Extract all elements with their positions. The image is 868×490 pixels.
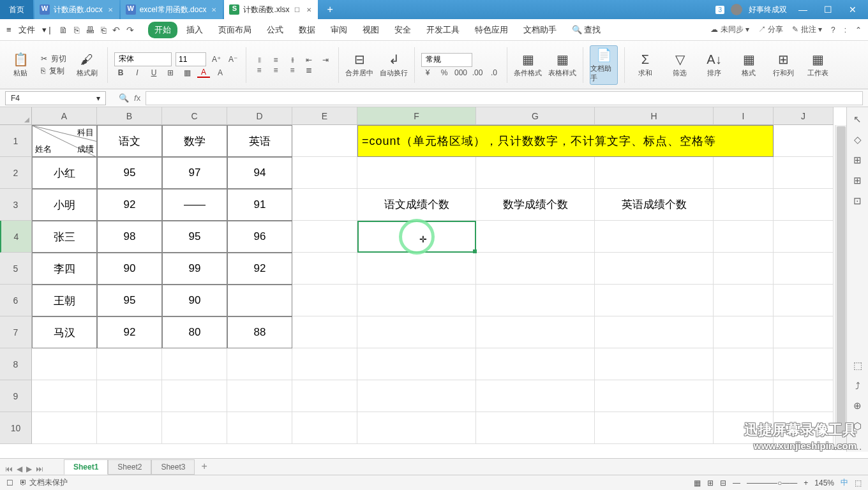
cell[interactable]: [292, 189, 357, 221]
row-header[interactable]: 10: [0, 412, 32, 444]
sheet-prev[interactable]: ◀: [17, 464, 22, 473]
cell[interactable]: 92: [227, 253, 292, 285]
cell[interactable]: 94: [227, 157, 292, 189]
cell[interactable]: [357, 380, 476, 412]
cell[interactable]: [774, 157, 834, 189]
side-icon[interactable]: ◇: [854, 134, 862, 145]
cell[interactable]: [97, 348, 162, 380]
doc-tab-1[interactable]: Wexcel常用函数.docx✕: [121, 0, 223, 19]
close-icon[interactable]: ✕: [210, 6, 218, 13]
align-center[interactable]: ≡: [269, 66, 282, 75]
numfmt-select[interactable]: [421, 53, 472, 67]
cell[interactable]: 科目成绩姓名: [32, 125, 97, 157]
doc-tab-0[interactable]: W计数函数.docx✕: [34, 0, 119, 19]
cell[interactable]: =count（单元格区域），只计数数字，不计算文字、标点、空格等: [357, 125, 774, 157]
copy-button[interactable]: ⎘ 复制: [41, 66, 66, 77]
cell[interactable]: [357, 285, 476, 316]
sheet-next[interactable]: ▶: [26, 464, 32, 473]
align-bot[interactable]: ⫵: [286, 56, 299, 64]
cell[interactable]: 数学成绩个数: [476, 189, 595, 221]
cell[interactable]: [476, 348, 595, 380]
cell[interactable]: [227, 285, 292, 316]
dec-dec-button[interactable]: .0: [488, 68, 500, 77]
underline-button[interactable]: U: [147, 68, 160, 77]
col-header[interactable]: I: [714, 107, 774, 125]
sheet-tab[interactable]: Sheet1: [64, 459, 108, 475]
menu-tab-home[interactable]: 开始: [148, 22, 177, 38]
cell[interactable]: [774, 316, 834, 348]
zoom-in[interactable]: +: [804, 479, 808, 487]
cell[interactable]: [476, 380, 595, 412]
cell[interactable]: [292, 125, 357, 157]
menu-tab-insert[interactable]: 插入: [180, 22, 209, 38]
cell[interactable]: [357, 316, 476, 348]
cell[interactable]: [595, 221, 714, 253]
zoom-level[interactable]: 145%: [814, 479, 834, 487]
zoom-out[interactable]: —: [733, 479, 740, 487]
cell[interactable]: [714, 157, 774, 189]
select-all-corner[interactable]: [0, 107, 32, 125]
qat-preview[interactable]: ⎗: [101, 25, 106, 35]
currency-button[interactable]: ¥: [421, 68, 434, 77]
cell[interactable]: 数学: [162, 125, 227, 157]
menu-search[interactable]: 🔍 查找: [565, 22, 608, 38]
menu-tab-review[interactable]: 审阅: [324, 22, 354, 38]
cell[interactable]: [476, 157, 595, 189]
cell[interactable]: [162, 412, 227, 444]
cell[interactable]: [476, 221, 595, 253]
cell[interactable]: [292, 157, 357, 189]
cell[interactable]: [476, 253, 595, 285]
col-header[interactable]: G: [476, 107, 595, 125]
sheet-tab[interactable]: Sheet2: [108, 459, 151, 475]
cell[interactable]: [162, 380, 227, 412]
help-button[interactable]: ?: [831, 26, 835, 34]
align-just[interactable]: ≣: [303, 66, 315, 75]
comma-button[interactable]: 000: [454, 68, 467, 77]
cell[interactable]: [227, 348, 292, 380]
cell[interactable]: [774, 285, 834, 316]
add-sheet[interactable]: +: [195, 458, 213, 475]
avatar[interactable]: [731, 4, 742, 15]
fill-button[interactable]: ▦: [181, 68, 193, 77]
cell[interactable]: [774, 253, 834, 285]
cell[interactable]: [476, 285, 595, 316]
lang-indicator[interactable]: 中: [841, 477, 848, 488]
cell[interactable]: [595, 285, 714, 316]
cell[interactable]: [774, 221, 834, 253]
row-header[interactable]: 6: [0, 285, 32, 316]
cell[interactable]: 张三: [32, 221, 97, 253]
menu-tab-dochelper[interactable]: 文档助手: [517, 22, 563, 38]
cell[interactable]: [292, 348, 357, 380]
row-header[interactable]: 2: [0, 157, 32, 189]
align-right[interactable]: ≡: [286, 66, 299, 75]
cell[interactable]: [476, 412, 595, 444]
indent-dec[interactable]: ⇤: [303, 56, 315, 64]
cell[interactable]: 语文: [97, 125, 162, 157]
sort-button[interactable]: A↓排序: [700, 45, 728, 85]
filter-button[interactable]: ▽筛选: [666, 45, 694, 85]
cell[interactable]: [774, 348, 834, 380]
cell[interactable]: 95: [162, 221, 227, 253]
cell[interactable]: [595, 253, 714, 285]
doc-helper[interactable]: 📄文档助手: [590, 45, 618, 85]
align-top[interactable]: ⫴: [253, 56, 266, 64]
notif-badge[interactable]: 3: [715, 6, 724, 14]
cell[interactable]: [595, 348, 714, 380]
menu-tab-view[interactable]: 视图: [356, 22, 385, 38]
cell[interactable]: [162, 348, 227, 380]
col-header[interactable]: J: [774, 107, 834, 125]
close-button[interactable]: ✕: [844, 4, 862, 15]
menu-tab-special[interactable]: 特色应用: [468, 22, 514, 38]
protect-status[interactable]: ⛨ 文档未保护: [20, 477, 68, 488]
cell[interactable]: 95: [97, 285, 162, 316]
share-button[interactable]: ↗ 分享: [758, 24, 783, 35]
cell[interactable]: [97, 380, 162, 412]
doc-tab-active[interactable]: S计数函数.xlsx☐✕: [224, 0, 318, 19]
col-header[interactable]: B: [97, 107, 162, 125]
decrease-font[interactable]: A⁻: [227, 55, 239, 64]
align-left[interactable]: ≡: [253, 66, 266, 75]
vertical-scrollbar[interactable]: [835, 125, 846, 450]
side-icon[interactable]: ⤴: [855, 380, 860, 391]
cell[interactable]: 80: [162, 316, 227, 348]
menu-tab-security[interactable]: 安全: [388, 22, 417, 38]
